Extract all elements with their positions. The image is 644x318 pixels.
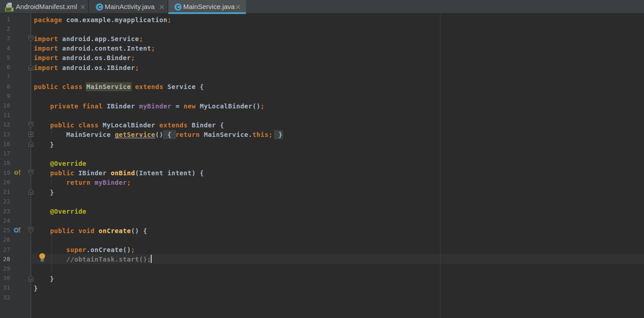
svg-text:C: C (98, 4, 102, 10)
svg-text:MF: MF (6, 7, 12, 12)
svg-text:C: C (176, 4, 181, 10)
